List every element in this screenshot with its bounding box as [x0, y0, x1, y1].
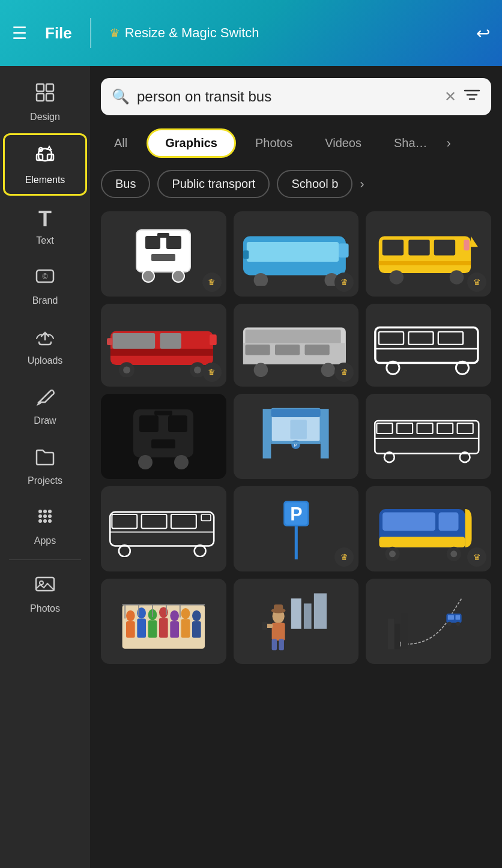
grid-item-school-bus-yellow[interactable]: ♛: [366, 211, 491, 297]
svg-rect-106: [438, 513, 458, 531]
grid-item-bus-stop[interactable]: P: [234, 394, 359, 479]
svg-rect-94: [142, 514, 167, 528]
suggestion-chips: Bus Public transport School b ›: [101, 170, 491, 198]
svg-rect-134: [304, 604, 312, 629]
svg-rect-85: [397, 423, 413, 433]
grid-item-bus-stop-sign[interactable]: P ♛: [234, 486, 359, 571]
grid-item-red-bus[interactable]: ♛: [101, 304, 226, 387]
topbar-divider: [90, 18, 91, 48]
svg-point-10: [43, 510, 47, 513]
elements-icon: [34, 143, 56, 171]
sidebar-item-projects[interactable]: Projects: [3, 437, 87, 495]
svg-point-125: [192, 610, 201, 621]
svg-rect-52: [210, 334, 217, 345]
sidebar-item-uploads[interactable]: Uploads: [3, 317, 87, 375]
svg-rect-93: [112, 514, 137, 528]
svg-rect-147: [455, 615, 460, 620]
svg-rect-37: [383, 240, 404, 255]
filter-more-button[interactable]: ›: [447, 136, 451, 151]
svg-rect-105: [383, 513, 435, 531]
grid-item-transit-white-bus[interactable]: [101, 486, 226, 571]
svg-point-60: [321, 363, 335, 378]
sidebar-text-label: Text: [36, 235, 53, 246]
search-filter-button[interactable]: [464, 86, 480, 107]
sidebar-item-brand[interactable]: © Brand: [3, 257, 87, 315]
svg-rect-107: [379, 537, 465, 547]
svg-point-72: [138, 455, 153, 469]
svg-point-121: [170, 610, 179, 621]
svg-rect-56: [245, 345, 270, 355]
content-area: 🔍 ✕ All Graphics Photos Videos Sha… › Bu…: [90, 66, 502, 868]
chip-bus[interactable]: Bus: [101, 170, 150, 198]
svg-rect-103: [294, 526, 297, 559]
grid-item-bus-route[interactable]: [366, 579, 491, 664]
tab-graphics[interactable]: Graphics: [147, 128, 236, 158]
svg-text:P: P: [290, 504, 302, 524]
svg-rect-116: [137, 619, 146, 638]
svg-rect-79: [291, 420, 307, 439]
menu-button[interactable]: ☰: [12, 23, 27, 43]
draw-icon: [34, 385, 56, 412]
search-input[interactable]: [137, 88, 437, 105]
sidebar-draw-label: Draw: [34, 415, 56, 426]
svg-rect-38: [409, 240, 430, 255]
svg-point-109: [389, 550, 396, 557]
results-grid: ♛ ♛: [101, 211, 491, 664]
svg-point-12: [38, 514, 42, 518]
sidebar-item-elements[interactable]: Elements: [3, 133, 87, 196]
svg-point-51: [194, 366, 201, 373]
grid-item-gray-bus[interactable]: ♛: [234, 304, 359, 387]
search-clear-button[interactable]: ✕: [444, 88, 456, 105]
grid-item-dark-bus-front[interactable]: [101, 394, 226, 479]
svg-rect-47: [110, 349, 213, 356]
svg-rect-57: [275, 345, 300, 355]
svg-rect-69: [139, 415, 159, 432]
grid-item-city-bus-outline[interactable]: [366, 394, 491, 479]
search-icon: 🔍: [112, 88, 130, 105]
topbar: ☰ File ♛ Resize & Magic Switch ↩: [0, 0, 502, 66]
svg-rect-74: [154, 411, 172, 415]
svg-rect-58: [304, 345, 329, 355]
grid-item-bus-side-blue[interactable]: ♛: [234, 211, 359, 297]
back-button[interactable]: ↩: [476, 23, 490, 43]
tab-videos[interactable]: Videos: [312, 130, 375, 156]
chip-school-bus[interactable]: School b: [277, 170, 352, 198]
chips-more-icon[interactable]: ›: [360, 176, 364, 192]
svg-rect-138: [274, 604, 283, 612]
chip-public-transport[interactable]: Public transport: [157, 170, 270, 198]
file-button[interactable]: File: [45, 24, 72, 43]
grid-item-white-outline-bus[interactable]: [366, 304, 491, 387]
sidebar-item-apps[interactable]: Apps: [3, 497, 87, 555]
svg-point-42: [450, 270, 464, 285]
svg-rect-88: [458, 423, 473, 433]
svg-point-27: [142, 270, 154, 282]
svg-rect-3: [46, 94, 53, 101]
svg-point-11: [48, 510, 52, 513]
tab-photos[interactable]: Photos: [242, 130, 306, 156]
design-icon: [34, 82, 56, 108]
tab-shapes[interactable]: Sha…: [381, 130, 441, 156]
svg-rect-151: [395, 624, 400, 649]
grid-item-bus-crowd[interactable]: [101, 579, 226, 664]
sidebar-item-draw[interactable]: Draw: [3, 377, 87, 435]
projects-icon: [34, 445, 56, 472]
sidebar-item-photos[interactable]: Photos: [3, 565, 87, 622]
resize-magic-button[interactable]: ♛ Resize & Magic Switch: [109, 25, 259, 41]
svg-rect-84: [377, 423, 393, 433]
tab-all[interactable]: All: [101, 130, 141, 156]
grid-item-blue-yellow-bus[interactable]: ♛: [366, 486, 491, 571]
svg-rect-77: [263, 409, 271, 458]
grid-item-bus-front-white[interactable]: ♛: [101, 211, 226, 297]
sidebar-item-design[interactable]: Design: [3, 73, 87, 131]
apps-icon: [34, 505, 56, 532]
sidebar-photos-label: Photos: [30, 603, 60, 614]
sidebar-item-text[interactable]: T Text: [3, 198, 87, 255]
svg-rect-34: [339, 243, 349, 258]
sidebar-apps-label: Apps: [34, 535, 56, 546]
sidebar-elements-label: Elements: [25, 175, 65, 185]
svg-rect-122: [170, 621, 179, 637]
svg-rect-141: [262, 622, 267, 630]
grid-item-person-city[interactable]: [234, 579, 359, 664]
svg-rect-152: [401, 613, 408, 649]
svg-rect-146: [448, 615, 454, 620]
